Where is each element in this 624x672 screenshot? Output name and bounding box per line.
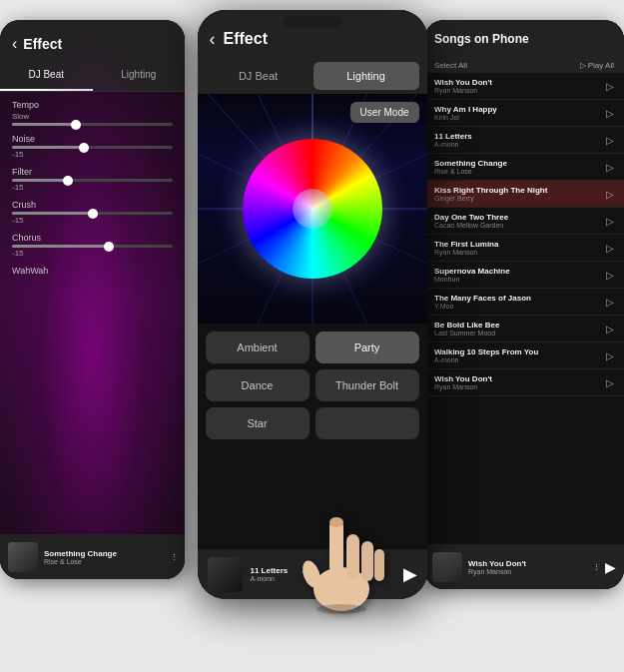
svg-rect-19 (361, 541, 373, 581)
right-play-btn[interactable]: ▶ (605, 559, 616, 575)
play-icon[interactable]: ▷ (606, 162, 614, 173)
center-back-icon[interactable]: ‹ (210, 29, 216, 50)
filter-label: Filter (12, 167, 173, 177)
noise-fill (12, 146, 84, 149)
left-track-info: Something Change Rise & Lose (44, 549, 166, 565)
noise-label: Noise (12, 134, 173, 144)
song-item-highlighted[interactable]: Kiss Right Through The NightGinger Berry… (424, 181, 624, 208)
noise-value: -15 (12, 150, 173, 159)
chorus-thumb[interactable] (104, 242, 114, 252)
hand-overlay (277, 459, 396, 632)
play-icon[interactable]: ▷ (606, 243, 614, 254)
mode-buttons: Ambient Party Dance Thunder Bolt Star (198, 324, 427, 447)
tempo-fill (12, 123, 76, 126)
right-bottom-bar: Wish You Don't Ryan Manson ⫶ ▶ (424, 544, 624, 589)
noise-thumb[interactable] (79, 143, 89, 153)
tempo-sub: Slow (12, 112, 173, 121)
ambient-button[interactable]: Ambient (206, 332, 310, 363)
left-tab-djbeat[interactable]: DJ Beat (0, 60, 93, 91)
song-item[interactable]: Why Am I HappyKirin Jol ▷ (424, 100, 624, 127)
play-icon[interactable]: ▷ (606, 189, 614, 200)
color-wheel-center (293, 189, 332, 229)
chorus-slider-group: Chorus -15 (12, 233, 173, 258)
song-item[interactable]: The First LuminaRyan Manson ▷ (424, 235, 624, 262)
crush-thumb[interactable] (88, 209, 98, 219)
eq-icon[interactable]: ⫶ (172, 551, 177, 562)
star-button[interactable]: Star (206, 407, 310, 439)
left-back-icon[interactable]: ‹ (12, 35, 17, 53)
svg-point-22 (316, 604, 366, 614)
scene: ‹ Effect DJ Beat Lighting Tempo Slow (0, 0, 624, 672)
left-tabs: DJ Beat Lighting (0, 60, 185, 92)
play-icon[interactable]: ▷ (606, 350, 614, 361)
left-track-title: Something Change (44, 549, 166, 558)
play-icon[interactable]: ▷ (606, 108, 614, 119)
play-icon[interactable]: ▷ (606, 81, 614, 92)
user-mode-button[interactable]: User Mode (350, 102, 419, 123)
center-album-thumb (208, 557, 243, 592)
chorus-fill (12, 245, 109, 248)
left-screen: ‹ Effect DJ Beat Lighting Tempo Slow (0, 20, 185, 579)
song-item[interactable]: 11 LettersA-monn ▷ (424, 127, 624, 154)
tempo-thumb[interactable] (71, 120, 81, 130)
notch (283, 16, 342, 28)
play-icon[interactable]: ▷ (606, 324, 614, 335)
song-item[interactable]: Wish You Don'tRyan Manson ▷ (424, 73, 624, 100)
color-wheel[interactable] (243, 139, 382, 279)
right-track-title: Wish You Don't (468, 559, 588, 568)
center-tab-djbeat[interactable]: DJ Beat (206, 62, 312, 90)
center-play-btn[interactable]: ▶ (403, 563, 417, 585)
thunder-bolt-button[interactable]: Thunder Bolt (315, 369, 419, 401)
play-icon[interactable]: ▷ (606, 270, 614, 281)
play-icon[interactable]: ▷ (606, 216, 614, 227)
tempo-track[interactable] (12, 123, 173, 126)
song-item[interactable]: Something ChangeRise & Lose ▷ (424, 154, 624, 181)
song-item[interactable]: Supernova MachineMonhun ▷ (424, 262, 624, 289)
filter-track[interactable] (12, 179, 173, 182)
song-item[interactable]: Day One Two ThreeCacao Mellow Garden ▷ (424, 208, 624, 235)
left-track-artist: Rise & Lose (44, 558, 166, 565)
extra-button[interactable] (315, 407, 419, 439)
right-header: Songs on Phone (424, 20, 624, 58)
play-icon[interactable]: ▷ (606, 297, 614, 308)
color-wheel-area: User Mode (198, 94, 427, 324)
center-tab-lighting[interactable]: Lighting (313, 62, 419, 90)
svg-rect-20 (374, 549, 384, 581)
dance-button[interactable]: Dance (206, 369, 310, 401)
left-album-thumb (8, 542, 38, 572)
song-list: Wish You Don'tRyan Manson ▷ Why Am I Hap… (424, 73, 624, 396)
song-item[interactable]: Wish You Don'tRyan Manson ▷ (424, 369, 624, 396)
noise-track[interactable] (12, 146, 173, 149)
play-icon[interactable]: ▷ (606, 377, 614, 388)
select-all-btn[interactable]: Select All (434, 61, 467, 70)
right-screen: Songs on Phone Select All ▷ Play All Wis… (424, 20, 624, 589)
song-item[interactable]: The Many Faces of JasonY.Moo ▷ (424, 289, 624, 316)
party-button[interactable]: Party (315, 332, 419, 363)
crush-track[interactable] (12, 212, 173, 215)
svg-point-21 (329, 517, 343, 527)
chorus-track[interactable] (12, 245, 173, 248)
wahwah-label: WahWah (12, 266, 173, 276)
wahwah-slider-group: WahWah (12, 266, 173, 276)
left-tab-lighting[interactable]: Lighting (93, 60, 186, 91)
svg-rect-17 (329, 519, 343, 574)
play-icon[interactable]: ▷ (606, 135, 614, 146)
song-item[interactable]: Walking 10 Steps From YouA-monn ▷ (424, 342, 624, 369)
tempo-label: Tempo (12, 100, 173, 110)
left-bottom-bar: Something Change Rise & Lose ⫶ (0, 534, 185, 579)
phone-right: Songs on Phone Select All ▷ Play All Wis… (424, 20, 624, 589)
play-all-btn[interactable]: ▷ Play All (580, 61, 614, 70)
crush-slider-group: Crush -15 (12, 200, 173, 225)
right-track-info: Wish You Don't Ryan Manson (468, 559, 588, 575)
chorus-label: Chorus (12, 233, 173, 243)
svg-rect-18 (346, 534, 359, 579)
phone-left: ‹ Effect DJ Beat Lighting Tempo Slow (0, 20, 185, 579)
filter-thumb[interactable] (63, 176, 73, 186)
tempo-slider-group: Tempo Slow (12, 100, 173, 126)
crush-fill (12, 212, 93, 215)
chorus-value: -15 (12, 249, 173, 258)
left-title: Effect (23, 36, 62, 52)
song-item[interactable]: Be Bold Like BeeLast Summer Mood ▷ (424, 316, 624, 342)
left-content: Tempo Slow Noise -15 (0, 92, 185, 292)
right-eq-icon[interactable]: ⫶ (594, 561, 599, 572)
